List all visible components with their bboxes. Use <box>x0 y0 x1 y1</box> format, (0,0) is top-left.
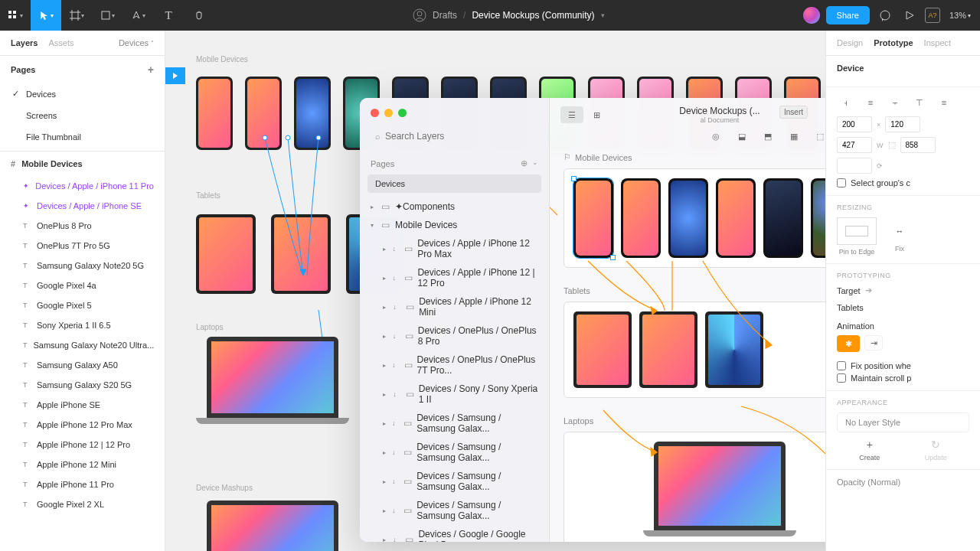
link-icon[interactable]: ⬚ <box>888 140 896 150</box>
create-button[interactable]: +Create <box>859 439 880 461</box>
page-item[interactable]: File Thumbnail <box>0 126 165 148</box>
breadcrumb-filename[interactable]: Device Mockups (Community) <box>472 10 594 21</box>
tree-row[interactable]: ▸▭✦Components <box>360 197 549 216</box>
present-icon[interactable] <box>900 6 919 24</box>
add-icon[interactable]: ⊕ <box>521 158 528 168</box>
align-mid-icon[interactable]: ≡ <box>935 95 953 110</box>
window-controls[interactable] <box>360 98 549 128</box>
tree-child-row[interactable]: ▸↓▭Devices / OnePlus / OnePlus 7T Pro... <box>360 350 549 380</box>
update-button[interactable]: ↻Update <box>925 439 947 461</box>
prototype-tab[interactable]: Prototype <box>874 38 913 47</box>
layer-row[interactable]: TSamsung Galaxy S20 5G <box>0 375 165 395</box>
search-input[interactable] <box>385 131 534 142</box>
tb-icon-2[interactable]: ⬓ <box>735 132 749 142</box>
layer-row[interactable]: TSamsung Galaxy Note20 5G <box>0 256 165 276</box>
finder-page-item[interactable]: Devices <box>368 174 541 193</box>
zoom-dropdown[interactable]: 13%▾ <box>949 11 971 20</box>
share-button[interactable]: Share <box>826 6 870 24</box>
search-layers[interactable]: ⌕ <box>369 128 540 145</box>
fix-position-checkbox[interactable] <box>837 361 846 370</box>
layer-row[interactable]: TApple iPhone 12 | 12 Pro <box>0 435 165 455</box>
layer-row[interactable]: ✦Devices / Apple / iPhone 11 Pro <box>0 176 165 196</box>
layer-row[interactable]: TApple iPhone 12 Mini <box>0 455 165 474</box>
layer-row[interactable]: TOnePlus 7T Pro 5G <box>0 236 165 256</box>
pin-control[interactable] <box>837 217 877 245</box>
h-input[interactable] <box>900 137 936 153</box>
tb-icon-3[interactable]: ⬒ <box>761 132 775 142</box>
tree-child-row[interactable]: ▸↓▭Devices / Google / Google Pixel 5 <box>360 525 549 542</box>
assets-tab[interactable]: Assets <box>48 38 74 47</box>
frame-name[interactable]: Mobile Devices <box>21 159 82 168</box>
move-tool[interactable]: ▾ <box>31 0 61 31</box>
select-group-checkbox[interactable] <box>837 178 846 187</box>
tree-child-row[interactable]: ▸↓▭Devices / Samsung / Samsung Galax... <box>360 438 549 467</box>
view-grid-button[interactable]: ⊞ <box>585 106 608 123</box>
layer-row[interactable]: TGoogle Pixel 4a <box>0 276 165 295</box>
figma-menu-button[interactable]: ▾ <box>0 0 31 31</box>
tree-child-row[interactable]: ▸↓▭Devices / Apple / iPhone 12 Mini <box>360 292 549 321</box>
layer-style-select[interactable]: No Layer Style <box>837 412 969 432</box>
page-dropdown[interactable]: Devices˄ <box>119 38 154 47</box>
inspect-tab[interactable]: Inspect <box>924 38 951 47</box>
prototype-arrows-blue <box>196 77 380 337</box>
animation-instant-button[interactable]: ✱ <box>837 335 860 352</box>
tb-icon-4[interactable]: ▦ <box>787 132 801 142</box>
layer-row[interactable]: TApple iPhone SE <box>0 395 165 415</box>
page-item[interactable]: Screens <box>0 105 165 126</box>
layer-row[interactable]: ✦Devices / Apple / iPhone SE <box>0 196 165 216</box>
align-center-icon[interactable]: ≡ <box>861 95 880 110</box>
layers-tab[interactable]: Layers <box>11 38 38 47</box>
align-left-icon[interactable]: ⫞ <box>837 95 855 110</box>
laptops-frame[interactable] <box>564 432 825 542</box>
hand-tool[interactable] <box>184 0 214 31</box>
layer-row[interactable]: TGoogle Pixel 2 XL <box>0 494 165 514</box>
section-label-mobile: Mobile Devices <box>196 55 248 64</box>
tree-row[interactable]: ▾▭Mobile Devices <box>360 216 549 234</box>
layer-row[interactable]: TSony Xperia 1 II 6.5 <box>0 315 165 335</box>
pen-tool[interactable]: ▾ <box>122 0 153 31</box>
align-right-icon[interactable]: ⫟ <box>886 95 904 110</box>
tree-child-row[interactable]: ▸↓▭Devices / Samsung / Samsung Galax... <box>360 467 549 496</box>
breadcrumb-drafts[interactable]: Drafts <box>433 10 457 21</box>
a-badge[interactable]: A? <box>925 8 940 23</box>
comment-icon[interactable] <box>876 6 894 24</box>
svg-point-12 <box>263 135 267 140</box>
mobile-frame[interactable] <box>564 168 825 268</box>
x-input[interactable] <box>837 116 872 132</box>
layer-row[interactable]: TApple iPhone 11 Pro <box>0 474 165 494</box>
tree-child-row[interactable]: ▸↓▭Devices / Apple / iPhone 12 | 12 Pro <box>360 263 549 292</box>
chevron-down-icon[interactable]: ⌄ <box>532 158 538 168</box>
text-tool[interactable]: T <box>153 0 184 31</box>
layer-row[interactable]: TApple iPhone 12 Pro Max <box>0 415 165 435</box>
view-columns-button[interactable]: ☰ <box>560 106 583 123</box>
layer-row[interactable]: TOnePlus 8 Pro <box>0 216 165 236</box>
add-page-button[interactable]: + <box>148 64 154 76</box>
frame-tool[interactable]: ▾ <box>61 0 92 31</box>
maintain-scroll-checkbox[interactable] <box>837 373 846 383</box>
prototype-play-tab[interactable] <box>165 67 185 84</box>
page-item[interactable]: Devices <box>0 83 165 105</box>
w-input[interactable] <box>837 137 872 153</box>
tree-child-row[interactable]: ▸↓▭Devices / Samsung / Samsung Galax... <box>360 496 549 525</box>
finder-pages-label: Pages <box>371 159 394 168</box>
layer-row[interactable]: TSamsung Galaxy Note20 Ultra... <box>0 335 165 355</box>
search-icon: ⌕ <box>375 132 381 141</box>
align-top-icon[interactable]: ⊤ <box>910 95 929 110</box>
design-tab[interactable]: Design <box>837 38 863 47</box>
target-value[interactable]: Tablets <box>837 300 969 315</box>
shape-tool[interactable]: ▾ <box>92 0 122 31</box>
tb-icon-1[interactable]: ◎ <box>709 132 723 142</box>
tablets-frame[interactable] <box>564 302 825 398</box>
tree-child-row[interactable]: ▸↓▭Devices / Apple / iPhone 12 Pro Max <box>360 234 549 263</box>
tree-child-row[interactable]: ▸↓▭Devices / OnePlus / OnePlus 8 Pro <box>360 321 549 350</box>
tb-icon-5[interactable]: ⬚ <box>813 132 825 142</box>
canvas[interactable]: Mobile Devices Tablets Laptops Device M <box>165 31 825 551</box>
y-input[interactable] <box>885 116 920 132</box>
tree-child-row[interactable]: ▸↓▭Devices / Samsung / Samsung Galax... <box>360 409 549 438</box>
layer-row[interactable]: TGoogle Pixel 5 <box>0 295 165 315</box>
animation-opt-icon[interactable]: ⇥ <box>864 335 883 350</box>
tree-child-row[interactable]: ▸↓▭Devices / Sony / Sony Xperia 1 II <box>360 380 549 409</box>
user-avatar[interactable] <box>803 7 820 24</box>
layer-row[interactable]: TSamsung Galaxy A50 <box>0 355 165 375</box>
rot-input[interactable] <box>837 158 872 174</box>
